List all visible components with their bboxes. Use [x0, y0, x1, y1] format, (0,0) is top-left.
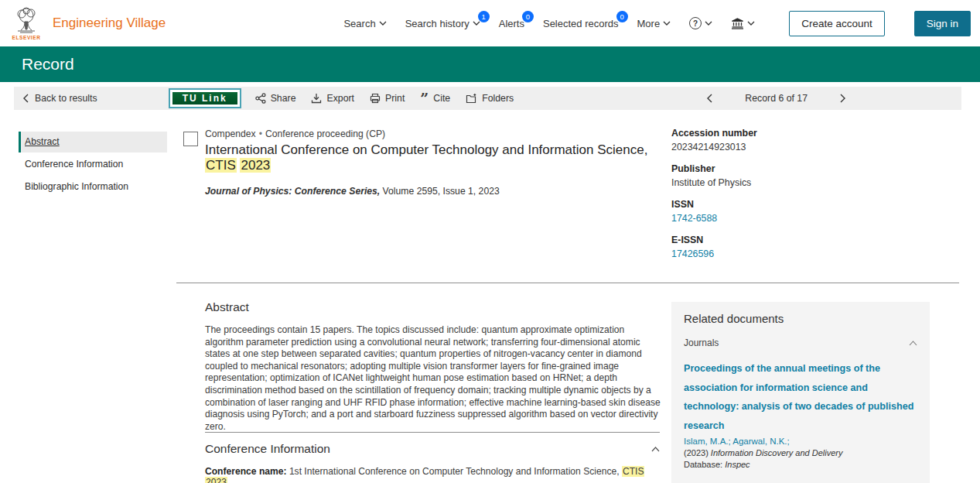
- app-title: Engineering Village: [53, 15, 166, 31]
- sidebar-item-abstract[interactable]: Abstract: [19, 132, 167, 152]
- section-divider: [176, 283, 959, 283]
- related-group-label: Journals: [684, 337, 719, 348]
- chevron-down-icon: [473, 21, 480, 26]
- institution-bank-icon: [731, 18, 744, 29]
- database-value: Inspec: [725, 460, 750, 469]
- abstract-text: The proceedings contain 15 papers. The t…: [205, 324, 664, 433]
- create-account-button[interactable]: Create account: [789, 11, 885, 36]
- field-issn: ISSN 1742-6588: [671, 199, 911, 224]
- print-label: Print: [385, 93, 405, 104]
- share-button[interactable]: Share: [255, 93, 296, 104]
- abstract-section: Abstract The proceedings contain 15 pape…: [205, 300, 664, 433]
- selected-records-count-badge: 0: [616, 11, 628, 22]
- chevron-up-icon: [909, 341, 917, 346]
- collapse-section-button[interactable]: [651, 447, 660, 452]
- nav-selected-records[interactable]: Selected records 0: [543, 18, 619, 29]
- related-document-year: (2023): [684, 448, 711, 457]
- alerts-count-badge: 0: [522, 11, 534, 22]
- field-label: Publisher: [671, 163, 911, 174]
- source-journal: Journal of Physics: Conference Series,: [205, 186, 380, 197]
- back-to-results-link[interactable]: Back to results: [23, 93, 97, 104]
- highlight-term: 2023: [240, 158, 271, 173]
- folders-button[interactable]: Folders: [466, 93, 514, 104]
- nav-search[interactable]: Search: [343, 18, 386, 29]
- record-toolbar: Back to results TU Link Share: [14, 87, 961, 110]
- sign-in-button[interactable]: Sign in: [914, 11, 971, 36]
- chevron-down-icon: [379, 21, 387, 26]
- section-nav-sidebar: Abstract Conference Information Bibliogr…: [19, 132, 167, 199]
- record-page: ELSEVIER Engineering Village Search Sear…: [0, 0, 980, 483]
- related-document-title-link[interactable]: From a National Meeting to an Internatio…: [684, 480, 917, 483]
- field-label: E-ISSN: [671, 235, 911, 245]
- search-history-count-badge: 1: [478, 11, 490, 22]
- source-line: Journal of Physics: Conference Series, V…: [205, 186, 661, 197]
- export-button[interactable]: Export: [311, 93, 354, 104]
- section-divider: [205, 432, 660, 433]
- meta-bullet: •: [259, 128, 262, 139]
- e-issn-link[interactable]: 17426596: [671, 248, 911, 259]
- top-header: ELSEVIER Engineering Village Search Sear…: [0, 0, 980, 46]
- page-banner: Record: [0, 46, 980, 82]
- related-document-item: Proceedings of the annual meetings of th…: [684, 359, 917, 469]
- toolbar-actions: Share Export: [255, 93, 514, 104]
- previous-record-button[interactable]: [707, 94, 712, 103]
- field-accession-number: Accession number 20234214923013: [671, 128, 911, 152]
- sidebar-item-bibliographic-information[interactable]: Bibliographic Information: [19, 176, 167, 197]
- export-download-icon: [311, 93, 322, 104]
- share-icon: [255, 93, 266, 104]
- elsevier-tree-icon: [13, 6, 39, 34]
- page-title: Record: [22, 55, 74, 74]
- collapse-group-button[interactable]: [909, 341, 917, 346]
- record-meta-line: Compendex•Conference proceeding (CP): [205, 128, 661, 139]
- highlight-term: CTIS: [205, 158, 237, 173]
- export-label: Export: [326, 93, 354, 104]
- related-document-journal: Information Discovery and Delivery: [711, 448, 843, 457]
- sidebar-item-conference-information[interactable]: Conference Information: [19, 154, 167, 175]
- highlight-term: CTIS: [622, 466, 645, 477]
- help-menu[interactable]: ?: [689, 17, 712, 29]
- abstract-heading: Abstract: [205, 300, 664, 314]
- record-select-checkbox[interactable]: [183, 132, 198, 146]
- record-pager: Record 6 of 17: [707, 93, 845, 104]
- conference-information-heading: Conference Information: [205, 442, 330, 456]
- institution-menu[interactable]: [731, 18, 755, 29]
- nav-search-history-label: Search history: [405, 18, 470, 29]
- folder-add-icon: [466, 93, 477, 104]
- related-document-item: From a National Meeting to an Internatio…: [684, 480, 917, 483]
- nav-more-label: More: [637, 18, 661, 29]
- chevron-down-icon: [747, 21, 755, 26]
- field-publisher: Publisher Institute of Physics: [671, 163, 911, 188]
- conference-name-text: 1st International Conference on Computer…: [287, 466, 622, 477]
- issn-link[interactable]: 1742-6588: [671, 213, 911, 224]
- record-title-text: International Conference on Computer Tec…: [205, 142, 647, 157]
- conference-information-section: Conference Information Conference name: …: [205, 442, 660, 483]
- elsevier-logo[interactable]: ELSEVIER: [11, 6, 42, 40]
- related-documents-panel: Related documents Journals Proceedings o…: [671, 302, 930, 483]
- tu-link-button[interactable]: TU Link: [169, 88, 241, 108]
- cite-label: Cite: [433, 93, 450, 104]
- back-to-results-label: Back to results: [35, 93, 97, 104]
- nav-selected-records-label: Selected records: [543, 18, 619, 29]
- print-button[interactable]: Print: [370, 93, 405, 104]
- next-record-button[interactable]: [840, 94, 845, 103]
- document-type: Conference proceeding (CP): [265, 128, 385, 139]
- related-document-authors-link[interactable]: Islam, M.A.; Agarwal, N.K.;: [684, 437, 917, 446]
- field-label: Accession number: [671, 128, 911, 139]
- highlight-term: 2023: [205, 477, 227, 483]
- record-title: International Conference on Computer Tec…: [205, 142, 661, 173]
- field-e-issn: E-ISSN 17426596: [671, 235, 911, 259]
- elsevier-wordmark: ELSEVIER: [12, 35, 41, 40]
- nav-alerts[interactable]: Alerts 0: [499, 18, 524, 29]
- cite-button[interactable]: ” Cite: [420, 93, 450, 104]
- chevron-up-icon: [651, 447, 660, 452]
- related-document-title-link[interactable]: Proceedings of the annual meetings of th…: [684, 359, 917, 435]
- chevron-down-icon: [705, 21, 712, 26]
- chevron-down-icon: [663, 21, 671, 26]
- folders-label: Folders: [482, 93, 514, 104]
- nav-more[interactable]: More: [637, 18, 671, 29]
- nav-alerts-label: Alerts: [499, 18, 524, 29]
- nav-search-history[interactable]: Search history 1: [405, 18, 480, 29]
- publisher-value: Institute of Physics: [671, 177, 911, 188]
- record-fields: Accession number 20234214923013 Publishe…: [671, 128, 911, 270]
- conference-information-header: Conference Information: [205, 442, 660, 456]
